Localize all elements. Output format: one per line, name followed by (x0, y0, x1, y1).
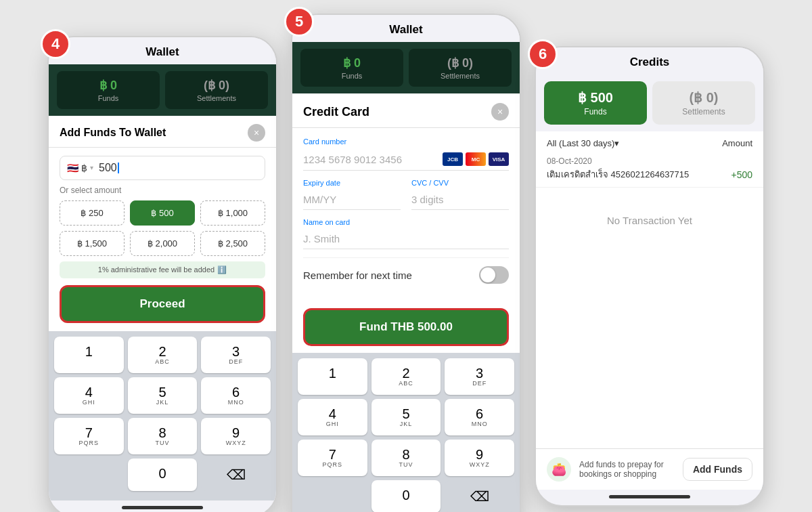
settlements-amount-5: (฿ 0) (414, 56, 506, 70)
phone-frame-5: Wallet ฿ 0 Funds (฿ 0) Settlements Credi… (291, 14, 521, 512)
settlements-tab-5[interactable]: (฿ 0) Settlements (409, 49, 512, 87)
settlements-tab-4[interactable]: (฿ 0) Settlements (165, 71, 268, 109)
key-9[interactable]: 9WXYZ (201, 418, 271, 454)
numpad-row-4: 0 ⌫ (54, 458, 271, 491)
amount-grid: ฿ 250 ฿ 500 ฿ 1,000 ฿ 1,500 ฿ 2,000 ฿ 2,… (60, 200, 265, 256)
amount-2500[interactable]: ฿ 2,500 (200, 231, 265, 256)
cvc-field[interactable]: 3 digits (411, 190, 509, 210)
fund-button[interactable]: Fund THB 500.00 (303, 308, 509, 346)
phone-frame-6: ‹ Credits ฿ 500 Funds (฿ 0) Settlements … (535, 46, 765, 507)
step-6-container: 6 ‹ Credits ฿ 500 Funds (฿ 0) Settlement… (535, 46, 765, 507)
key-2[interactable]: 2ABC (128, 337, 198, 373)
filter-row: All (Last 30 days)▾ Amount (536, 131, 763, 151)
amount-2000[interactable]: ฿ 2,000 (130, 231, 195, 256)
key-delete[interactable]: ⌫ (201, 458, 271, 491)
expiry-group: Expiry date MM/YY (303, 179, 401, 218)
cc-header: Credit Card × (292, 93, 520, 128)
key-6[interactable]: 6MNO (201, 377, 271, 414)
header-title-6: Credits (630, 56, 670, 69)
numpad-row-1: 1 2ABC 3DEF (54, 337, 271, 373)
key5-1[interactable]: 1 (298, 358, 367, 395)
key-4[interactable]: 4GHI (54, 377, 124, 414)
name-field[interactable]: J. Smith (303, 229, 509, 249)
dropdown-icon[interactable]: ▾ (90, 164, 93, 171)
credits-settle-amount: (฿ 0) (660, 89, 747, 106)
mastercard-icon: MC (466, 152, 486, 166)
filter-label[interactable]: All (Last 30 days)▾ (547, 138, 619, 148)
key-3[interactable]: 3DEF (201, 337, 271, 373)
key-8[interactable]: 8TUV (128, 418, 198, 454)
key5-6[interactable]: 6MNO (445, 399, 514, 435)
wallet-tabs-5: ฿ 0 Funds (฿ 0) Settlements (292, 42, 520, 93)
flag-currency: 🇹🇭 ฿ ▾ (67, 163, 93, 173)
settlements-amount-4: (฿ 0) (171, 78, 263, 93)
numpad5-row-4: 0 ⌫ (298, 480, 514, 512)
remember-toggle[interactable] (479, 266, 509, 284)
amount-1000[interactable]: ฿ 1,000 (200, 200, 265, 226)
tx-amount: +500 (731, 169, 752, 180)
amount-250[interactable]: ฿ 250 (60, 200, 125, 226)
visa-icon: VISA (489, 152, 509, 166)
header-title-5: Wallet (389, 23, 422, 37)
key5-9[interactable]: 9WXYZ (445, 440, 514, 476)
key-empty (54, 458, 124, 491)
key5-3[interactable]: 3DEF (445, 358, 514, 395)
credits-tabs: ฿ 500 Funds (฿ 0) Settlements (536, 74, 763, 131)
credits-funds-amount: ฿ 500 (552, 89, 639, 106)
card-number-label: Card number (303, 137, 509, 146)
name-label: Name on card (303, 218, 509, 226)
phone-header-4: Wallet (49, 37, 276, 64)
funds-tab-4[interactable]: ฿ 0 Funds (57, 71, 160, 109)
card-number-placeholder: 1234 5678 9012 3456 (303, 154, 402, 165)
funds-tab-5[interactable]: ฿ 0 Funds (300, 49, 403, 87)
amount-500[interactable]: ฿ 500 (130, 200, 195, 226)
credits-settle-label: Settlements (660, 107, 747, 116)
home-indicator-4 (122, 506, 203, 509)
settlements-label-4: Settlements (171, 94, 263, 102)
cvc-group: CVC / CVV 3 digits (411, 179, 509, 218)
fee-notice: 1% administrative fee will be added ℹ️ (60, 261, 265, 278)
proceed-button[interactable]: Proceed (60, 285, 265, 323)
cc-title: Credit Card (303, 105, 369, 119)
tx-date: 08-Oct-2020 (547, 156, 752, 166)
add-funds-footer-button[interactable]: Add Funds (683, 458, 752, 481)
flag-icon: 🇹🇭 (67, 163, 78, 173)
tx-detail: เติมเครดิตสำเร็จ 4526021264637715 (547, 167, 689, 182)
key-1[interactable]: 1 (54, 337, 124, 373)
step-4-container: 4 Wallet ฿ 0 Funds (฿ 0) Settlements Add… (47, 36, 277, 513)
key5-2[interactable]: 2ABC (371, 358, 441, 395)
key-7[interactable]: 7PQRS (54, 418, 124, 454)
info-icon: ℹ️ (217, 265, 227, 274)
or-select-label: Or select amount (60, 186, 265, 195)
key5-5[interactable]: 5JKL (371, 399, 441, 435)
numpad5-row-3: 7PQRS 8TUV 9WXYZ (298, 440, 514, 476)
cc-close-btn[interactable]: × (491, 103, 509, 121)
numpad-5: 1 2ABC 3DEF 4GHI 5JKL 6MNO 7PQRS 8TUV 9W… (292, 353, 520, 512)
amount-1500[interactable]: ฿ 1,500 (60, 231, 125, 256)
key5-7[interactable]: 7PQRS (298, 440, 367, 476)
key5-4[interactable]: 4GHI (298, 399, 367, 435)
transaction-area: All (Last 30 days)▾ Amount 08-Oct-2020 เ… (536, 131, 763, 448)
numpad5-row-2: 4GHI 5JKL 6MNO (298, 399, 514, 435)
key5-delete[interactable]: ⌫ (445, 480, 514, 512)
key5-8[interactable]: 8TUV (371, 440, 441, 476)
credits-settle-tab[interactable]: (฿ 0) Settlements (652, 81, 755, 125)
key-5[interactable]: 5JKL (128, 377, 198, 414)
numpad5-row-1: 1 2ABC 3DEF (298, 358, 514, 395)
phone-header-5: Wallet (292, 15, 520, 42)
expiry-label: Expiry date (303, 179, 401, 187)
amount-input-value[interactable]: 500 (99, 162, 258, 174)
card-number-field[interactable]: 1234 5678 9012 3456 JCB MC VISA (303, 148, 509, 171)
key5-0[interactable]: 0 (371, 480, 441, 512)
credits-funds-tab[interactable]: ฿ 500 Funds (544, 81, 647, 125)
footer-text: Add funds to prepay for bookings or shop… (579, 460, 675, 479)
name-placeholder: J. Smith (303, 233, 340, 244)
remember-label: Remember for next time (303, 270, 412, 281)
settlements-label-5: Settlements (414, 72, 506, 80)
add-funds-close-btn[interactable]: × (248, 124, 265, 142)
key-0[interactable]: 0 (128, 458, 198, 491)
add-funds-footer: 👛 Add funds to prepay for bookings or sh… (536, 448, 763, 490)
credits-funds-label: Funds (552, 107, 639, 116)
cc-form: Card number 1234 5678 9012 3456 JCB MC V… (292, 128, 520, 301)
expiry-field[interactable]: MM/YY (303, 190, 401, 210)
